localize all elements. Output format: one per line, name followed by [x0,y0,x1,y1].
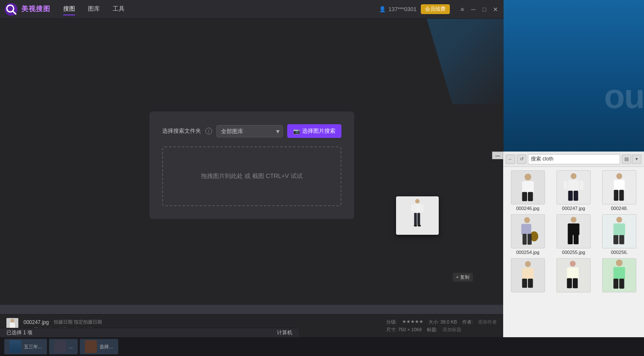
file-meta-row1: 000247.jpg 拍摄日期 指定拍摄日期 [23,319,102,325]
svg-rect-33 [527,234,532,245]
info-icon[interactable]: i [205,128,212,134]
nav-gongju[interactable]: 工具 [113,3,125,15]
taskbar-label-3: 选择... [99,344,113,350]
fb-search-input[interactable] [531,156,617,162]
file-name-255: 000255.jpg [562,250,585,255]
svg-rect-32 [522,234,527,245]
file-item-248[interactable]: 000248. [598,170,641,211]
thumb-246-svg [511,170,545,204]
fb-back-button[interactable]: ← [506,155,515,164]
vip-renew-button[interactable]: 会员续费 [421,4,450,14]
taskbar-item-2[interactable]: ... [49,339,78,354]
svg-rect-6 [417,213,420,225]
svg-point-12 [525,174,531,181]
nav-menu: 搜图 图库 工具 [63,3,379,15]
svg-rect-4 [414,204,420,213]
file-item-row3-1[interactable] [507,258,549,292]
file-title-value: 添加标题 [443,327,461,333]
svg-rect-41 [614,223,625,236]
svg-rect-38 [574,234,579,244]
file-item-254[interactable]: 000254.jpg [507,214,549,255]
thumb-row3-3-svg [603,258,636,292]
svg-rect-8 [421,204,423,212]
svg-rect-42 [614,235,619,244]
folder-label: 选择搜索文件夹 [162,127,201,135]
svg-point-35 [571,217,577,223]
user-name: 137***0301 [388,6,417,12]
taskbar-thumb-3 [85,340,97,353]
select-image-button[interactable]: 📷 选择图片搜索 [287,124,341,138]
maximize-icon[interactable]: □ [481,6,488,13]
taskbar-label-2: ... [69,344,73,349]
taskbar-item-1[interactable]: 五三年... [4,339,47,354]
file-title-label: 标题: [427,327,437,333]
svg-rect-48 [528,279,533,288]
taskbar-thumb-1 [9,340,21,353]
svg-point-29 [524,217,530,223]
file-item-row3-3[interactable] [598,258,641,292]
taskbar-item-3[interactable]: 选择... [80,339,118,354]
svg-rect-58 [619,279,624,289]
logo-area: 美视搜图 [4,3,50,16]
folder-select[interactable]: 全部图库 我的图库 本地文件夹 [216,125,283,137]
svg-rect-18 [568,180,579,191]
file-grid: 000246.jpg 000247.jpg [503,167,644,356]
file-item-247[interactable]: 000247.jpg [552,170,594,211]
file-name-248: 000248. [611,206,628,211]
svg-rect-56 [614,267,625,280]
selected-count-text: 已选择 1 项 [6,329,32,336]
search-box: 选择搜索文件夹 i 全部图库 我的图库 本地文件夹 📷 选择图片搜索 拖拽图片到… [149,111,354,219]
file-item-256[interactable]: 000256. [598,214,641,255]
svg-rect-7 [411,204,414,212]
file-size-val: 大小: 38.0 KB [428,319,457,325]
fb-refresh-button[interactable]: ↺ [517,155,526,164]
svg-point-45 [525,261,531,267]
fb-search-wrap [528,154,620,164]
drop-hint-text: 拖拽图片到此处 或 截图 CTRL+V 试试 [201,172,303,180]
content-area: 选择搜索文件夹 i 全部图库 我的图库 本地文件夹 📷 选择图片搜索 拖拽图片到… [0,19,504,312]
file-name-254: 000254.jpg [516,250,539,255]
file-item-246[interactable]: 000246.jpg [507,170,549,211]
user-info: 👤 137***0301 [379,6,417,12]
bg-diagonal-deco [376,19,504,104]
file-thumb-246 [511,170,545,204]
file-thumb-row3-1 [511,258,545,292]
svg-rect-47 [522,279,527,288]
fb-view-grid-button[interactable]: ▾ [632,155,641,164]
file-dim: 尺寸: 750 × 1069 [386,327,422,333]
app-title: 美视搜图 [21,5,50,14]
cloth-figure [396,196,439,235]
file-thumb-255 [557,214,591,248]
file-thumb-row3-3 [602,258,636,292]
svg-point-60 [11,319,14,322]
svg-rect-30 [521,224,531,234]
copy-button[interactable]: + 复制 [453,273,473,282]
fb-view-list-button[interactable]: ▤ [622,155,631,164]
title-bar-right: 👤 137***0301 会员续费 ≡ ─ □ ✕ [379,4,499,14]
svg-point-3 [415,199,420,203]
nav-sousuo[interactable]: 搜图 [63,3,75,15]
svg-rect-15 [528,192,533,201]
computer-label: 计算机 [277,329,292,336]
file-author-value: 添加作者 [478,319,497,325]
file-thumb-248 [602,170,636,204]
fb-view-controls: ▤ ▾ [622,155,641,164]
file-browser-minimize[interactable]: — [492,152,503,159]
thumb-row3-2-svg [557,258,590,292]
svg-rect-27 [619,190,624,201]
close-icon[interactable]: ✕ [492,6,499,13]
menu-icon[interactable]: ≡ [458,6,466,13]
svg-rect-51 [567,267,578,279]
svg-rect-13 [522,181,533,193]
svg-rect-26 [614,190,619,201]
svg-rect-14 [522,192,527,201]
file-thumb-254 [511,214,545,248]
file-item-row3-2[interactable] [552,258,594,292]
file-thumb-256 [602,214,636,248]
thumb-255-svg [557,214,590,248]
drop-area[interactable]: 拖拽图片到此处 或 截图 CTRL+V 试试 [162,146,341,206]
file-item-255[interactable]: 000255.jpg [552,214,594,255]
folder-select-wrap: 全部图库 我的图库 本地文件夹 [216,125,283,137]
minimize-icon[interactable]: ─ [469,6,477,13]
nav-tuku[interactable]: 图库 [88,3,100,15]
